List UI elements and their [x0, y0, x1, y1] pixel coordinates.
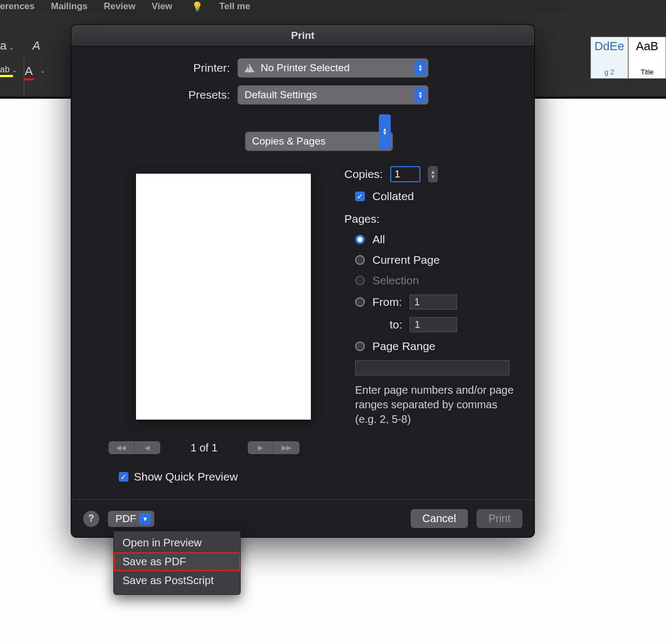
menu-item[interactable]: Tell me [219, 1, 250, 12]
clear-formatting-button[interactable]: A [32, 39, 40, 53]
presets-value: Default Settings [244, 89, 317, 101]
copies-label: Copies: [344, 168, 383, 181]
chevron-down-icon: ⌄ [9, 44, 14, 51]
app-menu-bar: erences Mailings Review View 💡 Tell me [0, 0, 666, 13]
warning-icon [244, 64, 254, 72]
collated-label: Collated [372, 190, 414, 203]
menu-item[interactable]: erences [0, 1, 35, 12]
style-title[interactable]: AaB Title [628, 37, 666, 79]
pages-to-label: to: [390, 318, 402, 331]
dialog-title: Print [71, 25, 534, 46]
style-sample: AaB [629, 39, 665, 53]
style-label: g 2 [591, 68, 628, 76]
presets-label: Presets: [85, 88, 237, 101]
chevron-down-icon: ▼ [430, 174, 436, 179]
pages-range-hint: Enter page numbers and/or page ranges se… [355, 383, 517, 427]
printer-label: Printer: [85, 61, 237, 74]
pdf-dropdown-button[interactable]: PDF ▼ [108, 511, 154, 527]
style-heading2[interactable]: DdEe g 2 [590, 37, 628, 79]
collated-checkbox[interactable]: ✓ [355, 191, 365, 201]
highlight-color-button[interactable]: ab⌄ [0, 64, 13, 77]
copies-input[interactable] [390, 166, 420, 182]
menu-item[interactable]: View [152, 1, 172, 12]
pages-label: Pages: [344, 213, 379, 225]
copies-stepper[interactable]: ▲▼ [428, 166, 438, 182]
menu-item[interactable]: Review [104, 1, 135, 12]
presets-select[interactable]: Default Settings ▲▼ [237, 85, 429, 105]
pages-range-label: Page Range [372, 340, 436, 353]
pages-selection-radio [355, 276, 365, 285]
style-sample: DdEe [591, 39, 628, 53]
pdf-menu-open-in-preview[interactable]: Open in Preview [114, 533, 240, 552]
pdf-menu-save-as-postscript[interactable]: Save as PostScript [114, 571, 240, 590]
pager-text: 1 of 1 [191, 442, 218, 454]
pdf-label: PDF [115, 513, 136, 525]
printer-select[interactable]: No Printer Selected ▲▼ [237, 58, 429, 78]
pager-back-group: ◀◀ ◀ [108, 441, 160, 454]
font-size-button[interactable]: a⌄ [0, 39, 14, 53]
chevron-down-icon: ▼ [139, 513, 151, 525]
pages-all-radio[interactable] [355, 235, 365, 244]
show-quick-preview-checkbox[interactable]: ✓ [119, 472, 128, 482]
help-button[interactable]: ? [83, 511, 99, 527]
pdf-menu-save-as-pdf[interactable]: Save as PDF [114, 552, 240, 571]
pages-selection-label: Selection [372, 274, 419, 287]
pdf-dropdown-menu: Open in Preview Save as PDF Save as Post… [113, 531, 241, 595]
pages-from-input[interactable] [410, 294, 457, 310]
chevron-down-icon: ⌄ [12, 66, 17, 74]
menu-item[interactable]: Mailings [51, 1, 87, 12]
printer-value: No Printer Selected [261, 62, 350, 74]
chevron-down-icon: ⌄ [40, 67, 45, 74]
pages-range-radio[interactable] [355, 341, 365, 351]
styles-gallery[interactable]: DdEe g 2 AaB Title [590, 37, 666, 80]
updown-icon: ▲▼ [414, 87, 426, 102]
prev-page-button[interactable]: ◀ [134, 441, 160, 454]
cancel-button[interactable]: Cancel [411, 509, 468, 528]
pager-fwd-group: ▶ ▶▶ [248, 441, 300, 454]
pages-current-label: Current Page [372, 254, 440, 266]
print-preview-page [136, 174, 311, 420]
next-page-button[interactable]: ▶ [248, 441, 274, 454]
last-page-button[interactable]: ▶▶ [274, 441, 300, 454]
lightbulb-icon: 💡 [192, 1, 203, 12]
updown-icon: ▲▼ [414, 60, 426, 76]
show-quick-preview-label: Show Quick Preview [134, 470, 238, 483]
pages-from-label: From: [372, 296, 402, 309]
pages-to-input[interactable] [410, 317, 457, 332]
pages-all-label: All [372, 233, 385, 246]
style-label: Title [629, 68, 665, 76]
section-select[interactable]: Copies & Pages ▲▼ [85, 112, 393, 151]
pages-from-radio[interactable] [355, 297, 365, 307]
section-value: Copies & Pages [252, 135, 325, 147]
font-color-button[interactable]: A [24, 64, 34, 80]
first-page-button[interactable]: ◀◀ [108, 441, 134, 454]
pages-range-input[interactable] [355, 360, 509, 375]
pages-current-radio[interactable] [355, 255, 365, 265]
print-dialog: Print Printer: No Printer Selected ▲▼ Pr… [71, 24, 535, 538]
updown-icon: ▲▼ [379, 114, 391, 149]
print-button[interactable]: Print [477, 509, 522, 528]
